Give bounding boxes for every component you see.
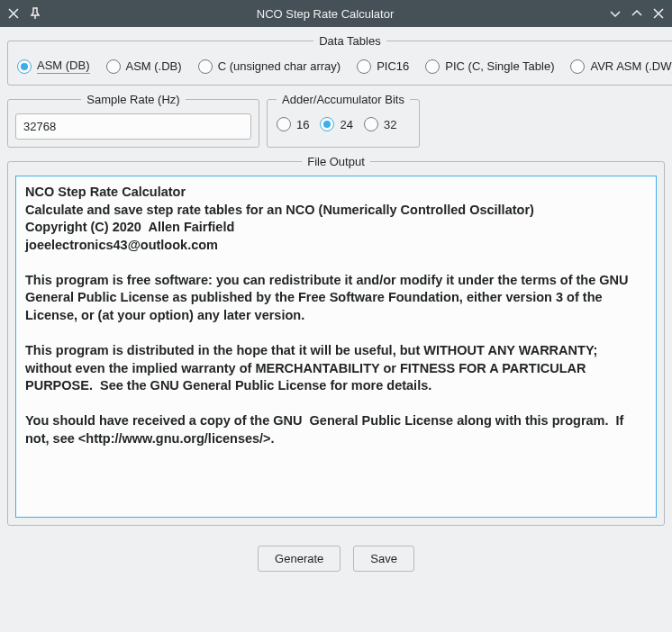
- data-tables-label: PIC (C, Single Table): [445, 59, 554, 73]
- close-icon[interactable]: [652, 7, 665, 20]
- content-area: Data Tables ASM (DB)ASM (.DB)C (unsigned…: [0, 27, 672, 586]
- sample-rate-input[interactable]: [15, 113, 251, 140]
- minimize-icon[interactable]: [609, 7, 622, 20]
- data-tables-legend: Data Tables: [313, 34, 386, 48]
- bits-label: 16: [296, 118, 309, 131]
- radio-icon: [320, 117, 334, 131]
- pin-icon[interactable]: [29, 7, 41, 20]
- data-tables-label: C (unsigned char array): [218, 59, 341, 73]
- radio-icon: [17, 59, 32, 74]
- save-button[interactable]: Save: [353, 546, 414, 572]
- bits-label: 24: [340, 118, 352, 131]
- radio-icon: [357, 59, 371, 74]
- button-row: Generate Save: [7, 533, 665, 579]
- radio-icon: [277, 117, 291, 131]
- file-output-legend: File Output: [302, 155, 370, 168]
- data-tables-option-2[interactable]: C (unsigned char array): [198, 59, 341, 74]
- bits-label: 32: [384, 118, 396, 131]
- bits-legend: Adder/Accumulator Bits: [277, 93, 410, 106]
- data-tables-option-3[interactable]: PIC16: [357, 59, 409, 74]
- data-tables-label: ASM (DB): [37, 59, 90, 74]
- data-tables-group: Data Tables ASM (DB)ASM (.DB)C (unsigned…: [7, 34, 672, 86]
- data-tables-option-1[interactable]: ASM (.DB): [106, 59, 182, 74]
- file-output-text[interactable]: NCO Step Rate Calculator Calculate and s…: [15, 176, 657, 518]
- data-tables-label: AVR ASM (.DW): [590, 59, 672, 73]
- bits-option-0[interactable]: 16: [277, 117, 309, 131]
- bits-option-2[interactable]: 32: [364, 117, 396, 131]
- titlebar: NCO Step Rate Calculator: [0, 0, 672, 27]
- data-tables-options: ASM (DB)ASM (.DB)C (unsigned char array)…: [15, 55, 672, 77]
- radio-icon: [198, 59, 213, 74]
- data-tables-label: ASM (.DB): [126, 59, 182, 73]
- sample-rate-legend: Sample Rate (Hz): [81, 93, 185, 106]
- bits-group: Adder/Accumulator Bits 162432: [267, 93, 420, 148]
- data-tables-label: PIC16: [377, 59, 409, 73]
- radio-icon: [364, 117, 378, 131]
- app-icon: [7, 7, 20, 20]
- maximize-icon[interactable]: [631, 7, 643, 20]
- window-title: NCO Step Rate Calculator: [41, 7, 609, 21]
- data-tables-option-5[interactable]: AVR ASM (.DW): [570, 59, 672, 74]
- radio-icon: [106, 59, 121, 74]
- data-tables-option-4[interactable]: PIC (C, Single Table): [425, 59, 554, 74]
- radio-icon: [425, 59, 440, 74]
- radio-icon: [570, 59, 585, 74]
- data-tables-option-0[interactable]: ASM (DB): [17, 59, 90, 74]
- bits-options: 162432: [275, 113, 412, 135]
- bits-option-1[interactable]: 24: [320, 117, 352, 131]
- sample-rate-group: Sample Rate (Hz): [7, 93, 259, 148]
- generate-button[interactable]: Generate: [258, 546, 341, 572]
- file-output-group: File Output NCO Step Rate Calculator Cal…: [7, 155, 665, 526]
